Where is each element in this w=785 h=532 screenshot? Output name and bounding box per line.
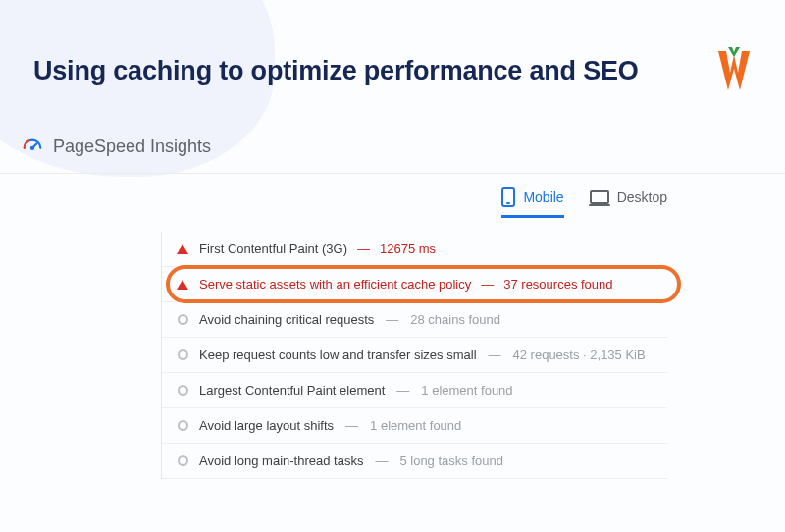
audit-row[interactable]: First Contentful Paint (3G) — 12675 ms <box>162 232 667 267</box>
audit-title: First Contentful Paint (3G) <box>199 241 347 256</box>
audit-title: Largest Contentful Paint element <box>199 383 385 398</box>
pagespeed-insights-label: PageSpeed Insights <box>53 136 211 157</box>
tab-mobile[interactable]: Mobile <box>501 187 563 218</box>
audit-detail: 37 resources found <box>503 277 612 292</box>
info-circle-icon <box>176 385 189 396</box>
audit-title: Avoid large layout shifts <box>199 418 334 433</box>
warning-triangle-icon <box>176 280 189 290</box>
audit-row[interactable]: Avoid large layout shifts — 1 element fo… <box>162 408 667 444</box>
tab-desktop[interactable]: Desktop <box>590 187 667 218</box>
separator: — <box>345 418 358 433</box>
device-tabs: Mobile Desktop <box>0 174 785 218</box>
w-carrot-icon <box>716 47 752 94</box>
audit-detail: 5 long tasks found <box>399 453 503 468</box>
info-circle-icon <box>176 455 189 466</box>
separator: — <box>386 312 398 327</box>
separator: — <box>375 453 388 468</box>
separator: — <box>396 383 409 398</box>
audit-row[interactable]: Keep request counts low and transfer siz… <box>162 338 667 373</box>
audit-title: Avoid chaining critical requests <box>199 312 374 327</box>
audit-title: Serve static assets with an efficient ca… <box>199 277 471 292</box>
info-circle-icon <box>176 420 189 431</box>
separator: — <box>481 277 494 292</box>
separator: — <box>489 347 501 362</box>
audit-detail: 28 chains found <box>410 312 500 327</box>
pagespeed-icon <box>22 135 43 157</box>
audit-row[interactable]: Largest Contentful Paint element — 1 ele… <box>162 373 667 408</box>
audit-detail: 12675 ms <box>380 241 436 256</box>
info-circle-icon <box>176 314 189 325</box>
audit-detail: 1 element found <box>421 383 512 398</box>
audit-list: First Contentful Paint (3G) — 12675 msSe… <box>161 232 667 479</box>
phone-icon <box>501 187 515 207</box>
audit-row[interactable]: Serve static assets with an efficient ca… <box>162 267 667 302</box>
separator: — <box>357 241 370 256</box>
audit-title: Keep request counts low and transfer siz… <box>199 347 477 362</box>
audit-row[interactable]: Avoid long main-thread tasks — 5 long ta… <box>162 444 667 479</box>
svg-line-1 <box>32 143 37 148</box>
audit-row[interactable]: Avoid chaining critical requests — 28 ch… <box>162 302 667 338</box>
audit-title: Avoid long main-thread tasks <box>199 453 363 468</box>
audit-detail: 1 element found <box>370 418 461 433</box>
warning-triangle-icon <box>176 244 189 254</box>
tab-mobile-label: Mobile <box>523 189 563 205</box>
audit-detail: 42 requests · 2,135 KiB <box>513 347 646 362</box>
info-circle-icon <box>176 349 189 360</box>
tab-desktop-label: Desktop <box>617 189 667 205</box>
laptop-icon <box>590 190 609 204</box>
page-title: Using caching to optimize performance an… <box>33 56 639 86</box>
